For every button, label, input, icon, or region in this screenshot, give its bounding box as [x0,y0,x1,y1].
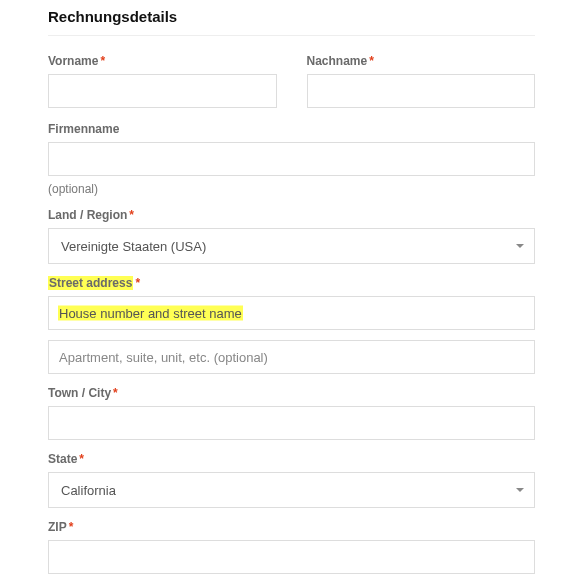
street-label: Street address* [48,276,535,290]
required-mark: * [129,208,134,222]
country-label-text: Land / Region [48,208,127,222]
city-label-text: Town / City [48,386,111,400]
lastname-label-text: Nachname [307,54,368,68]
state-label-text: State [48,452,77,466]
firstname-label-text: Vorname [48,54,98,68]
country-select-value: Vereinigte Staaten (USA) [61,239,206,254]
lastname-input[interactable] [307,74,536,108]
city-label: Town / City* [48,386,535,400]
firstname-label: Vorname* [48,54,277,68]
street1-input[interactable] [48,296,535,330]
required-mark: * [100,54,105,68]
firstname-input[interactable] [48,74,277,108]
chevron-down-icon [516,244,524,248]
street-label-text: Street address [48,276,133,290]
company-optional-text: (optional) [48,182,535,196]
city-input[interactable] [48,406,535,440]
state-select-value: California [61,483,116,498]
zip-input[interactable] [48,540,535,574]
street2-input[interactable] [48,340,535,374]
company-label: Firmenname [48,122,535,136]
required-mark: * [135,276,140,290]
required-mark: * [113,386,118,400]
state-select[interactable]: California [48,472,535,508]
required-mark: * [69,520,74,534]
required-mark: * [79,452,84,466]
zip-label: ZIP* [48,520,535,534]
company-input[interactable] [48,142,535,176]
country-label: Land / Region* [48,208,535,222]
chevron-down-icon [516,488,524,492]
divider [48,35,535,36]
section-heading: Rechnungsdetails [48,8,535,25]
company-label-text: Firmenname [48,122,119,136]
country-select[interactable]: Vereinigte Staaten (USA) [48,228,535,264]
lastname-label: Nachname* [307,54,536,68]
required-mark: * [369,54,374,68]
zip-label-text: ZIP [48,520,67,534]
state-label: State* [48,452,535,466]
